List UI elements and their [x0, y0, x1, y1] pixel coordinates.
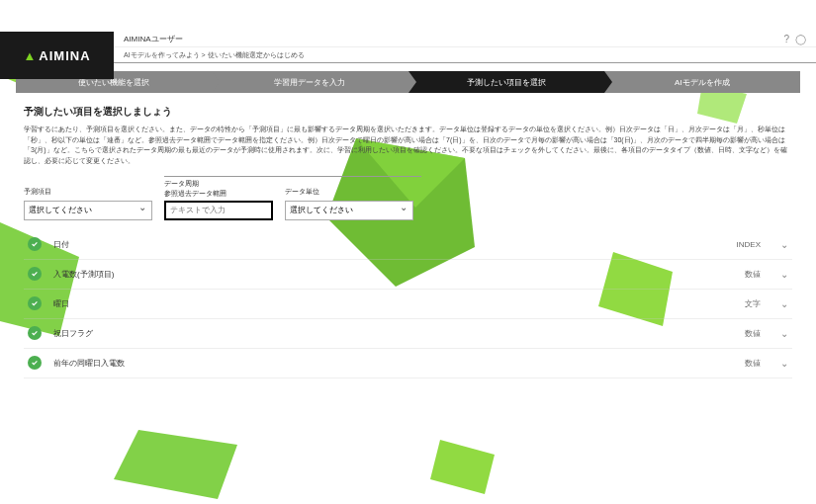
check-icon[interactable] — [28, 237, 42, 251]
svg-marker-6 — [430, 440, 495, 494]
user-bar: AIMINAユーザー ? ◯ — [0, 32, 816, 47]
step-3[interactable]: 予測したい項目を選択 — [408, 71, 604, 93]
username: AIMINAユーザー — [124, 34, 183, 44]
item-list: 日付 INDEX ⌄ 入電数(予測項目) 数値 ⌄ 曜日 文字 ⌄ 祝日フラグ … — [24, 230, 792, 378]
decorative-shape — [425, 435, 504, 504]
item-type: 数値 — [745, 358, 761, 369]
check-icon[interactable] — [28, 356, 42, 370]
item-name: 前年の同曜日入電数 — [53, 358, 745, 369]
predict-label: 予測項目 — [24, 187, 152, 197]
item-type: 数値 — [745, 328, 761, 339]
unit-label: データ単位 — [285, 187, 413, 197]
item-name: 日付 — [53, 239, 737, 250]
list-item[interactable]: 前年の同曜日入電数 数値 ⌄ — [24, 349, 792, 378]
item-name: 祝日フラグ — [53, 328, 745, 339]
svg-marker-5 — [114, 430, 237, 499]
list-item[interactable]: 祝日フラグ 数値 ⌄ — [24, 319, 792, 349]
range-label: 参照過去データ範囲 — [164, 189, 273, 199]
list-item[interactable]: 入電数(予測項目) 数値 ⌄ — [24, 260, 792, 290]
check-icon[interactable] — [28, 296, 42, 310]
step-2[interactable]: 学習用データを入力 — [212, 71, 408, 93]
user-icon[interactable]: ◯ — [795, 34, 806, 44]
list-item[interactable]: 日付 INDEX ⌄ — [24, 230, 792, 260]
decorative-shape — [109, 425, 247, 504]
chevron-down-icon[interactable]: ⌄ — [780, 269, 788, 280]
breadcrumb-text[interactable]: AIモデルを作ってみよう > 使いたい機能選定からはじめる — [124, 50, 305, 60]
chevron-down-icon[interactable]: ⌄ — [780, 328, 788, 339]
help-icon[interactable]: ? — [783, 34, 789, 44]
item-name: 入電数(予測項目) — [53, 269, 745, 280]
chevron-down-icon[interactable]: ⌄ — [780, 239, 788, 250]
item-type: 数値 — [745, 269, 761, 280]
item-type: 文字 — [745, 298, 761, 309]
check-icon[interactable] — [28, 326, 42, 340]
item-type: INDEX — [737, 240, 761, 249]
chevron-down-icon[interactable]: ⌄ — [780, 358, 788, 369]
chevron-down-icon[interactable]: ⌄ — [780, 298, 788, 309]
logo[interactable]: ▲AIMINA — [0, 32, 114, 79]
item-name: 曜日 — [53, 298, 745, 309]
list-item[interactable]: 曜日 文字 ⌄ — [24, 290, 792, 319]
step-nav: 使いたい機能を選択 学習用データを入力 予測したい項目を選択 AIモデルを作成 — [16, 71, 800, 93]
range-input[interactable] — [164, 201, 273, 220]
logo-text: AIMINA — [39, 48, 90, 63]
section-title: 予測したい項目を選択しましょう — [24, 105, 792, 119]
breadcrumb: AIモデルを作ってみよう > 使いたい機能選定からはじめる — [0, 47, 816, 63]
step-4[interactable]: AIモデルを作成 — [604, 71, 800, 93]
unit-select[interactable]: 選択してください — [285, 201, 413, 220]
check-icon[interactable] — [28, 267, 42, 281]
top-strip — [0, 0, 816, 32]
predict-select[interactable]: 選択してください — [24, 201, 152, 220]
section-description: 学習するにあたり、予測項目を選択ください。また、データの特性から「予測項目」に最… — [24, 125, 792, 166]
